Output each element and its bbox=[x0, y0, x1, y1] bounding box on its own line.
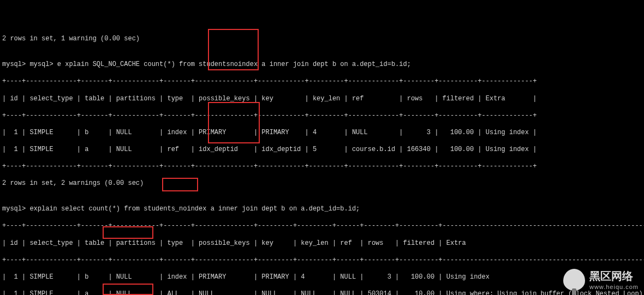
sql-command: mysql> explain select count(*) from stud… bbox=[2, 205, 642, 214]
table-border: +----+-------------+-------+------------… bbox=[2, 256, 642, 265]
table-border: +----+-------------+-------+------------… bbox=[2, 112, 642, 121]
table-row: | 1 | SIMPLE | a | NULL | ref | idx_dept… bbox=[2, 146, 642, 154]
watermark-url: www.heiqu.com bbox=[589, 283, 639, 291]
table-border: +----+-------------+-------+------------… bbox=[2, 162, 642, 171]
table-border: +----+-------------+-------+------------… bbox=[2, 222, 642, 231]
table-row: | 1 | SIMPLE | b | NULL | index | PRIMAR… bbox=[2, 273, 642, 282]
table-row: | 1 | SIMPLE | a | NULL | ALL | NULL | N… bbox=[2, 290, 642, 295]
table-header: | id | select_type | table | partitions … bbox=[2, 239, 642, 248]
table-header: | id | select_type | table | partitions … bbox=[2, 95, 642, 104]
terminal-output-line: 2 rows in set, 1 warning (0.00 sec) bbox=[2, 35, 642, 44]
sql-command: mysql> mysql> e xplain SQL_NO_CACHE coun… bbox=[2, 61, 642, 69]
table-border: +----+-------------+-------+------------… bbox=[2, 77, 642, 86]
table-row: | 1 | SIMPLE | b | NULL | index | PRIMAR… bbox=[2, 129, 642, 137]
highlight-box bbox=[208, 102, 260, 143]
result-summary: 2 rows in set, 2 warnings (0.00 sec) bbox=[2, 179, 642, 188]
